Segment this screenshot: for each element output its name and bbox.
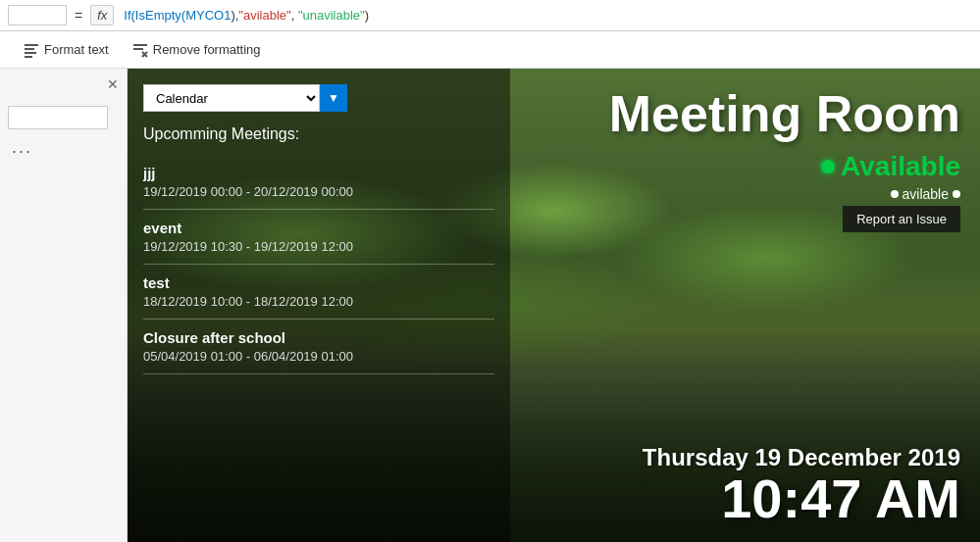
formula-sep: , — [291, 8, 298, 23]
list-item: jjj 19/12/2019 00:00 - 20/12/2019 00:00 — [143, 155, 494, 210]
time-display: 10:47 AM — [643, 471, 960, 526]
svg-rect-2 — [25, 52, 36, 54]
remove-formatting-button[interactable]: Remove formatting — [121, 38, 273, 62]
remove-formatting-label: Remove formatting — [153, 42, 261, 57]
formula-content[interactable]: If(IsEmpty(MYCO1),"avilable", "unavilabl… — [118, 6, 972, 25]
format-text-button[interactable]: Format text — [12, 38, 121, 62]
availability-section: Available avilable Report an Issue — [821, 151, 960, 232]
available-label-text: avilable — [903, 186, 949, 202]
cell-ref-input[interactable] — [8, 5, 67, 25]
meetings-container: Calendar ▼ Upcomming Meetings: jjj 19/12… — [128, 69, 510, 542]
upcoming-meetings-title: Upcomming Meetings: — [143, 125, 494, 143]
format-text-icon — [24, 42, 39, 58]
list-item: event 19/12/2019 10:30 - 19/12/2019 12:0… — [143, 210, 494, 265]
available-status: Available — [841, 151, 960, 182]
meeting-time: 19/12/2019 00:00 - 20/12/2019 00:00 — [143, 184, 494, 199]
svg-rect-0 — [25, 44, 38, 46]
svg-rect-3 — [25, 56, 32, 58]
meeting-time: 05/04/2019 01:00 - 06/04/2019 01:00 — [143, 349, 494, 364]
green-dot-icon — [821, 160, 835, 173]
svg-rect-1 — [25, 48, 34, 50]
remove-formatting-icon — [132, 42, 148, 58]
formula-bar: = fx If(IsEmpty(MYCO1),"avilable", "unav… — [0, 0, 980, 31]
sidebar-input[interactable] — [8, 106, 108, 129]
meeting-list: jjj 19/12/2019 00:00 - 20/12/2019 00:00 … — [143, 155, 494, 374]
toolbar: Format text Remove formatting — [0, 31, 980, 69]
more-options-button[interactable]: ··· — [8, 137, 119, 166]
dropdown-arrow-button[interactable]: ▼ — [320, 84, 347, 112]
formula-function: If(IsEmpty( — [124, 8, 185, 23]
calendar-select[interactable]: Calendar — [143, 84, 320, 112]
formula-close: ) — [365, 8, 369, 23]
formula-true-val: "avilable" — [238, 8, 290, 23]
list-item: test 18/12/2019 10:00 - 18/12/2019 12:00 — [143, 265, 494, 320]
meeting-name: jjj — [143, 165, 494, 181]
formula-cellref: MYCO1 — [185, 8, 231, 23]
main-area: ✕ ··· Calendar ▼ Upcomming Meetings: jjj… — [0, 69, 980, 542]
small-dot-icon — [891, 190, 899, 198]
left-panel: ✕ ··· — [0, 69, 128, 542]
meeting-room-panel: Calendar ▼ Upcomming Meetings: jjj 19/12… — [128, 69, 980, 542]
available-badge: Available — [821, 151, 960, 182]
close-button[interactable]: ✕ — [107, 76, 119, 92]
equals-sign: = — [71, 8, 86, 24]
format-text-label: Format text — [44, 42, 109, 57]
meeting-time: 19/12/2019 10:30 - 19/12/2019 12:00 — [143, 239, 494, 254]
meeting-time: 18/12/2019 10:00 - 18/12/2019 12:00 — [143, 294, 494, 309]
meeting-name: Closure after school — [143, 329, 494, 346]
calendar-dropdown-container: Calendar ▼ — [143, 84, 494, 112]
room-title: Meeting Room — [609, 84, 960, 143]
small-dot-icon-2 — [953, 190, 960, 198]
svg-rect-4 — [133, 44, 147, 46]
svg-rect-5 — [133, 48, 143, 50]
list-item: Closure after school 05/04/2019 01:00 - … — [143, 320, 494, 374]
report-issue-button[interactable]: Report an Issue — [843, 206, 960, 232]
fx-button[interactable]: fx — [90, 5, 114, 25]
datetime-section: Thursday 19 December 2019 10:47 AM — [643, 444, 960, 526]
meeting-name: event — [143, 220, 494, 236]
available-label: avilable — [891, 186, 960, 202]
formula-false-val: "unavilable" — [298, 8, 365, 23]
meeting-name: test — [143, 274, 494, 291]
